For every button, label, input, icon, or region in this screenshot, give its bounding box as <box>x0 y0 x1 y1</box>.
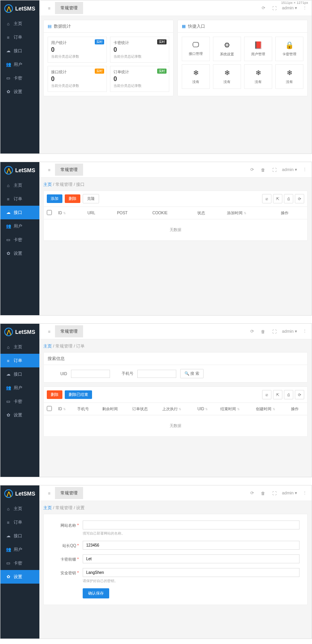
quick-empty[interactable]: ❄没有 <box>244 64 272 89</box>
breadcrumb-home[interactable]: 主页 <box>43 344 52 348</box>
logo[interactable]: ⋀LetSMS <box>0 162 39 178</box>
nav-settings[interactable]: ✿设置 <box>0 85 39 99</box>
export-icon[interactable]: ⇱ <box>273 390 282 399</box>
select-all-checkbox[interactable] <box>47 406 52 411</box>
nav-cards[interactable]: ▭卡密 <box>0 395 39 408</box>
tab-main[interactable]: 常规管理 <box>55 325 83 337</box>
nav-orders[interactable]: ≡订单 <box>0 30 39 44</box>
nav-settings[interactable]: ✿设置 <box>0 247 39 260</box>
menu-toggle[interactable]: ≡ <box>43 164 55 175</box>
refresh-table-icon[interactable]: ⟳ <box>295 390 304 399</box>
secret-input[interactable] <box>83 568 300 577</box>
nav-settings[interactable]: ✿设置 <box>0 408 39 422</box>
add-button[interactable]: 添加 <box>47 194 62 203</box>
col-create[interactable]: 创建时间 ⇅ <box>253 403 288 415</box>
col-addtime[interactable]: 添加时间 ⇅ <box>224 207 278 219</box>
admin-qq-input[interactable] <box>83 541 300 550</box>
nav-home[interactable]: ⌂主页 <box>0 178 39 192</box>
nav-cards[interactable]: ▭卡密 <box>0 233 39 247</box>
tab-main[interactable]: 常规管理 <box>55 487 83 499</box>
col-id[interactable]: ID ⇅ <box>55 207 84 219</box>
card-prefix-input[interactable] <box>83 554 300 563</box>
logo[interactable]: ⋀LetSMS <box>0 0 39 17</box>
delete-button[interactable]: 删除 <box>47 390 62 399</box>
trash-icon[interactable]: 🗑 <box>259 328 267 335</box>
filter-icon[interactable]: ⎚ <box>262 194 271 203</box>
col-last[interactable]: 上次执行 ⇅ <box>159 403 195 415</box>
print-icon[interactable]: ⎙ <box>284 194 293 203</box>
trash-icon[interactable]: 🗑 <box>259 166 267 174</box>
logo[interactable]: ⋀LetSMS <box>0 324 39 340</box>
quick-empty[interactable]: ❄没有 <box>275 64 303 89</box>
more-icon[interactable]: ⋮ <box>301 4 308 12</box>
nav-orders[interactable]: ≡订单 <box>0 354 39 367</box>
col-uid[interactable]: UID ⇅ <box>194 403 217 415</box>
quick-cards[interactable]: 🔒卡密管理 <box>275 37 303 61</box>
menu-toggle[interactable]: ≡ <box>43 488 55 499</box>
quick-settings[interactable]: ⚙系统设置 <box>213 37 241 61</box>
nav-settings[interactable]: ✿设置 <box>0 570 39 584</box>
save-button[interactable]: 确认保存 <box>83 588 109 598</box>
nav-users[interactable]: 👥用户 <box>0 543 39 556</box>
nav-api[interactable]: ☁接口 <box>0 529 39 543</box>
logo[interactable]: ⋀LetSMS <box>0 485 39 502</box>
refresh-table-icon[interactable]: ⟳ <box>295 194 304 203</box>
delete-button[interactable]: 删除 <box>65 194 80 203</box>
clone-button[interactable]: 克隆 <box>83 194 99 203</box>
fullscreen-icon[interactable]: ⛶ <box>271 328 278 335</box>
nav-cards[interactable]: ▭卡密 <box>0 71 39 85</box>
nav-api[interactable]: ☁接口 <box>0 367 39 381</box>
refresh-icon[interactable]: ⟳ <box>249 166 255 174</box>
tab-main[interactable]: 常规管理 <box>55 164 83 176</box>
refresh-icon[interactable]: ⟳ <box>249 327 255 335</box>
nav-home[interactable]: ⌂主页 <box>0 340 39 354</box>
card-icon: ▭ <box>6 237 11 242</box>
export-icon[interactable]: ⇱ <box>273 194 282 203</box>
more-icon[interactable]: ⋮ <box>301 166 308 174</box>
uid-input[interactable] <box>71 370 110 378</box>
breadcrumb-home[interactable]: 主页 <box>43 182 52 187</box>
nav-users[interactable]: 👥用户 <box>0 381 39 395</box>
more-icon[interactable]: ⋮ <box>301 489 308 497</box>
menu-toggle[interactable]: ≡ <box>43 3 55 14</box>
select-all-checkbox[interactable] <box>47 210 52 215</box>
quick-users[interactable]: 📕用户管理 <box>244 37 272 61</box>
monitor-icon: 🖵 <box>184 41 208 49</box>
nav-api[interactable]: ☁接口 <box>0 44 39 58</box>
refresh-icon[interactable]: ⟳ <box>249 489 255 497</box>
fullscreen-icon[interactable]: ⛶ <box>271 166 278 174</box>
fullscreen-icon[interactable]: ⛶ <box>271 4 278 12</box>
nav-users[interactable]: 👥用户 <box>0 58 39 71</box>
refresh-icon[interactable]: ⟳ <box>260 4 267 12</box>
user-menu[interactable]: admin ▾ <box>282 167 297 172</box>
print-icon[interactable]: ⎙ <box>284 390 293 399</box>
trash-icon[interactable]: 🗑 <box>259 489 267 497</box>
phone-input[interactable] <box>137 370 176 378</box>
list-icon: ≡ <box>6 197 11 201</box>
col-end[interactable]: 结束时间 ⇅ <box>217 403 253 415</box>
nav-api[interactable]: ☁接口 <box>0 206 39 219</box>
search-button[interactable]: 🔍 搜 索 <box>180 369 204 378</box>
nav-home[interactable]: ⌂主页 <box>0 502 39 515</box>
nav-home[interactable]: ⌂主页 <box>0 17 39 30</box>
nav-orders[interactable]: ≡订单 <box>0 515 39 529</box>
nav-cards[interactable]: ▭卡密 <box>0 556 39 570</box>
more-icon[interactable]: ⋮ <box>301 327 308 335</box>
user-menu[interactable]: admin ▾ <box>282 329 297 334</box>
quick-empty[interactable]: ❄没有 <box>182 64 210 89</box>
filter-icon[interactable]: ⎚ <box>262 390 271 399</box>
nav-users[interactable]: 👥用户 <box>0 219 39 233</box>
col-id[interactable]: ID ⇅ <box>55 403 74 415</box>
user-menu[interactable]: admin ▾ <box>282 490 297 496</box>
quick-api[interactable]: 🖵接口管理 <box>182 37 210 61</box>
breadcrumb-home[interactable]: 主页 <box>43 505 52 510</box>
fullscreen-icon[interactable]: ⛶ <box>271 489 278 497</box>
user-menu[interactable]: admin ▾ <box>282 5 297 11</box>
order-table: ID ⇅ 手机号 剩余时间 订单状态 上次执行 ⇅ UID ⇅ 结束时间 ⇅ 创… <box>44 403 307 415</box>
site-name-input[interactable] <box>83 520 300 529</box>
menu-toggle[interactable]: ≡ <box>43 326 55 337</box>
quick-empty[interactable]: ❄没有 <box>213 64 241 89</box>
delete-done-button[interactable]: 删除已结束 <box>65 390 92 399</box>
nav-orders[interactable]: ≡订单 <box>0 192 39 206</box>
tab-main[interactable]: 常规管理 <box>55 2 83 14</box>
